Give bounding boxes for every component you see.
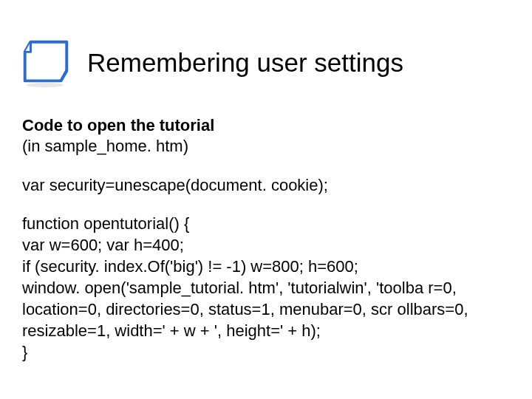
code-fn-win: window. open('sample_tutorial. htm', 'tu…	[22, 279, 468, 340]
slide: Remembering user settings Code to open t…	[0, 0, 532, 399]
note-icon	[16, 37, 74, 89]
svg-point-0	[27, 83, 64, 87]
code-function-block: function opentutorial() { var w=600; var…	[22, 213, 510, 363]
code-fn-if: if (security. index.Of('big') != -1) w=8…	[22, 257, 358, 276]
page-title: Remembering user settings	[87, 48, 403, 78]
section-subheading: (in sample_home. htm)	[22, 136, 510, 157]
code-fn-close: }	[22, 343, 27, 361]
code-fn-vars: var w=600; var h=400;	[22, 236, 184, 254]
section-heading: Code to open the tutorial	[22, 115, 510, 136]
code-fn-open: function opentutorial() {	[22, 214, 189, 233]
code-security-line: var security=unescape(document. cookie);	[22, 175, 510, 197]
title-row: Remembering user settings	[16, 37, 510, 89]
